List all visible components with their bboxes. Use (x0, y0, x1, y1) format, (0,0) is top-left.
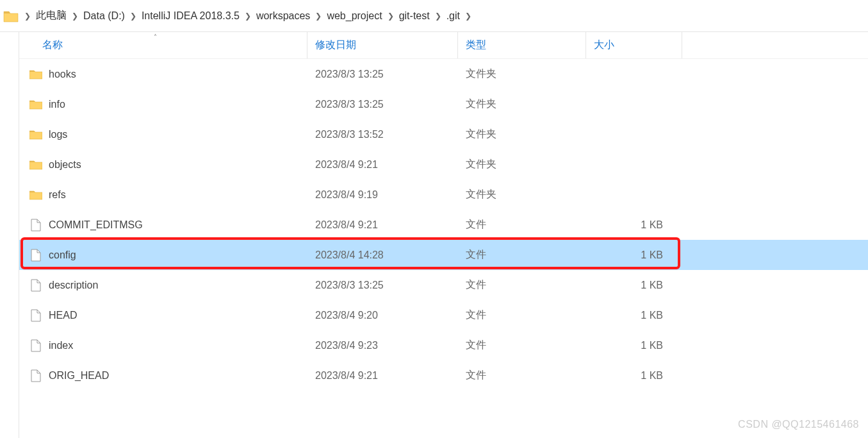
file-row[interactable]: config2023/8/4 14:28文件1 KB (19, 240, 868, 270)
file-icon (29, 309, 42, 322)
file-modified-cell: 2023/8/3 13:52 (307, 129, 458, 140)
chevron-right-icon[interactable]: ❯ (23, 12, 32, 21)
file-icon (29, 219, 42, 232)
file-modified-cell: 2023/8/4 9:19 (307, 189, 458, 201)
sort-ascending-icon: ˄ (154, 33, 157, 40)
file-size-cell: 1 KB (586, 370, 669, 382)
file-type-cell: 文件 (458, 218, 586, 232)
file-row[interactable]: ORIG_HEAD2023/8/4 9:21文件1 KB (19, 360, 868, 391)
folder-icon (3, 9, 19, 23)
file-row[interactable]: objects2023/8/4 9:21文件夹 (19, 149, 868, 180)
folder-icon (29, 68, 42, 81)
file-name-cell: refs (19, 189, 307, 201)
file-size-cell: 1 KB (586, 249, 669, 261)
file-name-label: HEAD (49, 310, 77, 321)
file-type-cell: 文件夹 (458, 158, 586, 171)
file-name-label: description (49, 280, 98, 291)
chevron-right-icon[interactable]: ❯ (314, 12, 323, 21)
file-modified-cell: 2023/8/4 9:21 (307, 219, 458, 231)
chevron-right-icon[interactable]: ❯ (386, 12, 395, 21)
file-modified-cell: 2023/8/4 9:21 (307, 370, 458, 382)
file-icon (29, 279, 42, 292)
breadcrumb-item-intellij[interactable]: IntelliJ IDEA 2018.3.5 (138, 10, 243, 22)
column-header-name[interactable]: 名称 (19, 32, 307, 58)
file-name-cell: ORIG_HEAD (19, 369, 307, 382)
breadcrumb-item-gittest[interactable]: git-test (395, 10, 434, 22)
file-name-label: COMMIT_EDITMSG (49, 219, 143, 231)
file-name-cell: objects (19, 158, 307, 171)
folder-icon (29, 189, 42, 201)
file-size-cell: 1 KB (586, 280, 669, 291)
file-size-cell: 1 KB (586, 219, 669, 231)
file-row[interactable]: COMMIT_EDITMSG2023/8/4 9:21文件1 KB (19, 210, 868, 240)
file-list: ˄ 名称 修改日期 类型 大小 hooks2023/8/3 13:25文件夹in… (19, 32, 868, 438)
file-icon (29, 369, 42, 382)
file-row[interactable]: logs2023/8/3 13:52文件夹 (19, 119, 868, 149)
file-name-label: logs (49, 129, 67, 140)
chevron-right-icon[interactable]: ❯ (70, 12, 79, 21)
file-name-label: index (49, 340, 73, 351)
file-name-label: hooks (49, 69, 76, 80)
file-size-cell: 1 KB (586, 310, 669, 321)
file-name-label: ORIG_HEAD (49, 370, 109, 382)
content-area: ˄ 名称 修改日期 类型 大小 hooks2023/8/3 13:25文件夹in… (0, 32, 868, 438)
file-type-cell: 文件夹 (458, 188, 586, 201)
breadcrumb-item-computer[interactable]: 此电脑 (32, 9, 70, 22)
chevron-right-icon[interactable]: ❯ (129, 12, 138, 21)
breadcrumb-item-workspaces[interactable]: workspaces (252, 10, 314, 22)
file-modified-cell: 2023/8/4 14:28 (307, 249, 458, 261)
file-type-cell: 文件夹 (458, 128, 586, 141)
file-type-cell: 文件 (458, 278, 586, 292)
file-name-label: config (49, 249, 76, 261)
file-row[interactable]: HEAD2023/8/4 9:20文件1 KB (19, 300, 868, 330)
file-name-cell: config (19, 249, 307, 262)
file-row[interactable]: info2023/8/3 13:25文件夹 (19, 89, 868, 119)
file-row[interactable]: refs2023/8/4 9:19文件夹 (19, 180, 868, 210)
breadcrumb-item-webproject[interactable]: web_project (323, 10, 386, 22)
file-name-label: refs (49, 189, 66, 201)
file-modified-cell: 2023/8/4 9:20 (307, 310, 458, 321)
file-modified-cell: 2023/8/3 13:25 (307, 99, 458, 110)
file-name-cell: logs (19, 128, 307, 141)
file-name-cell: info (19, 98, 307, 111)
chevron-right-icon[interactable]: ❯ (434, 12, 443, 21)
file-modified-cell: 2023/8/4 9:21 (307, 159, 458, 171)
file-icon (29, 339, 42, 352)
column-header-modified[interactable]: 修改日期 (307, 32, 458, 58)
chevron-right-icon[interactable]: ❯ (464, 12, 473, 21)
watermark-text: CSDN @QQ1215461468 (738, 419, 859, 430)
file-name-label: info (49, 99, 65, 110)
file-modified-cell: 2023/8/3 13:25 (307, 280, 458, 291)
file-name-cell: description (19, 279, 307, 292)
file-type-cell: 文件夹 (458, 67, 586, 81)
file-row[interactable]: index2023/8/4 9:23文件1 KB (19, 330, 868, 360)
breadcrumb-item-git[interactable]: .git (443, 10, 464, 22)
breadcrumb: ❯ 此电脑 ❯ Data (D:) ❯ IntelliJ IDEA 2018.3… (0, 0, 868, 32)
file-type-cell: 文件 (458, 248, 586, 262)
file-name-cell: HEAD (19, 309, 307, 322)
file-type-cell: 文件 (458, 308, 586, 322)
folder-icon (29, 128, 42, 141)
file-type-cell: 文件 (458, 369, 586, 382)
file-icon (29, 249, 42, 262)
left-gutter (0, 32, 19, 438)
file-modified-cell: 2023/8/3 13:25 (307, 69, 458, 80)
column-header-type[interactable]: 类型 (458, 32, 586, 58)
file-size-cell: 1 KB (586, 340, 669, 351)
file-row[interactable]: description2023/8/3 13:25文件1 KB (19, 270, 868, 300)
file-type-cell: 文件夹 (458, 97, 586, 111)
breadcrumb-item-drive[interactable]: Data (D:) (79, 10, 129, 22)
file-name-label: objects (49, 159, 81, 171)
file-row[interactable]: hooks2023/8/3 13:25文件夹 (19, 59, 868, 89)
file-type-cell: 文件 (458, 339, 586, 352)
column-header-row: ˄ 名称 修改日期 类型 大小 (19, 32, 868, 59)
chevron-right-icon[interactable]: ❯ (243, 12, 252, 21)
folder-icon (29, 98, 42, 111)
folder-icon (29, 158, 42, 171)
file-modified-cell: 2023/8/4 9:23 (307, 340, 458, 351)
column-header-size[interactable]: 大小 (586, 32, 682, 58)
file-name-cell: hooks (19, 68, 307, 81)
file-name-cell: index (19, 339, 307, 352)
file-name-cell: COMMIT_EDITMSG (19, 219, 307, 232)
